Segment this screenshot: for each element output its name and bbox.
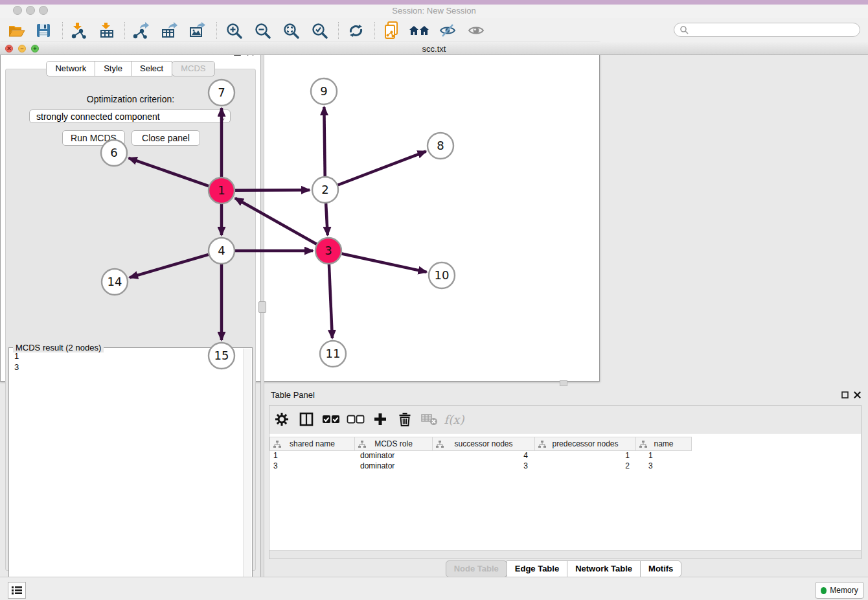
- table-cell[interactable]: 4: [433, 451, 535, 461]
- export-table-icon[interactable]: [158, 21, 180, 40]
- first-neighbors-icon[interactable]: [408, 21, 430, 40]
- table-cell[interactable]: 1: [535, 451, 636, 461]
- graph-node-15[interactable]: 15: [209, 343, 234, 369]
- graph-node-label: 4: [218, 244, 225, 257]
- add-column-icon[interactable]: [368, 412, 393, 426]
- network-window-resize-grip[interactable]: [560, 380, 567, 386]
- select-all-icon[interactable]: [319, 415, 343, 424]
- tab-node-table[interactable]: Node Table: [446, 560, 507, 577]
- table-panel-close-icon[interactable]: [852, 389, 862, 400]
- tab-motifs[interactable]: Motifs: [640, 560, 681, 577]
- table-cell[interactable]: 3: [636, 461, 692, 472]
- table-row[interactable]: 3dominator323: [269, 461, 861, 472]
- zoom-out-icon[interactable]: [251, 21, 273, 40]
- table-cell[interactable]: 1: [636, 451, 692, 461]
- graph-node-4[interactable]: 4: [209, 238, 234, 264]
- table-panel-float-icon[interactable]: [839, 389, 850, 400]
- graph-node-14[interactable]: 14: [102, 269, 128, 295]
- column-header-successor-nodes[interactable]: successor nodes: [433, 437, 535, 451]
- gear-icon[interactable]: [269, 412, 294, 426]
- export-network-icon[interactable]: [130, 21, 152, 40]
- tab-edge-table[interactable]: Edge Table: [507, 560, 567, 577]
- graph-node-3[interactable]: 3: [315, 238, 341, 264]
- graph-node-2[interactable]: 2: [312, 177, 338, 203]
- hide-selected-icon[interactable]: [437, 21, 459, 40]
- table-header-row: shared nameMCDS rolesuccessor nodesprede…: [269, 437, 692, 451]
- tab-select[interactable]: Select: [131, 61, 172, 76]
- graph-edge-3-11[interactable]: [329, 264, 332, 338]
- network-window-titlebar: ✕ − + scc.txt: [0, 42, 868, 55]
- memory-button[interactable]: Memory: [815, 582, 864, 599]
- graph-node-9[interactable]: 9: [311, 78, 337, 104]
- graph-edge-2-3[interactable]: [326, 203, 328, 235]
- graph-node-label: 14: [108, 275, 122, 288]
- zoom-fit-icon[interactable]: [280, 21, 302, 40]
- graph-edge-2-9[interactable]: [324, 107, 325, 176]
- table-row[interactable]: 1dominator411: [269, 451, 861, 461]
- column-header-predecessor-nodes[interactable]: predecessor nodes: [535, 437, 636, 451]
- mcds-result-text[interactable]: 1 3: [10, 351, 243, 591]
- zoom-in-icon[interactable]: [223, 21, 245, 40]
- graph-node-10[interactable]: 10: [429, 262, 455, 288]
- graph-node-11[interactable]: 11: [320, 341, 346, 367]
- graph-edge-3-1[interactable]: [235, 198, 317, 244]
- network-canvas[interactable]: 1234678910111415: [0, 55, 597, 380]
- table-bottom-strip: [269, 550, 861, 559]
- open-file-icon[interactable]: [5, 21, 27, 40]
- graph-node-label: 10: [435, 268, 450, 282]
- column-header-shared-name[interactable]: shared name: [269, 437, 355, 451]
- toolbar-separator: [216, 22, 217, 39]
- graph-node-label: 8: [437, 139, 444, 152]
- table-cell[interactable]: 2: [535, 461, 636, 472]
- import-table-icon[interactable]: [96, 21, 118, 40]
- graph-node-label: 15: [214, 349, 229, 362]
- window-title: Session: New Session: [0, 6, 868, 16]
- graph-node-8[interactable]: 8: [428, 133, 453, 159]
- network-window: ✕ − + scc.txt 1234678910111415: [0, 42, 600, 382]
- table-cell[interactable]: 3: [433, 461, 535, 472]
- tab-network-table[interactable]: Network Table: [567, 560, 641, 577]
- export-image-icon[interactable]: [187, 21, 209, 40]
- column-header-name[interactable]: name: [636, 437, 692, 451]
- delete-icon[interactable]: [393, 412, 417, 426]
- graph-edge-1-2[interactable]: [235, 190, 310, 190]
- graph-node-label: 11: [326, 347, 341, 360]
- graph-node-1[interactable]: 1: [209, 178, 234, 203]
- search-input[interactable]: [691, 25, 860, 35]
- delete-table-icon: [417, 413, 442, 426]
- toolbar-separator: [124, 22, 125, 39]
- network-window-title: scc.txt: [0, 44, 868, 54]
- task-history-button[interactable]: [8, 582, 26, 599]
- table-cell[interactable]: dominator: [355, 461, 433, 472]
- tab-mcds[interactable]: MCDS: [172, 61, 214, 76]
- tab-network[interactable]: Network: [46, 61, 95, 76]
- table-cell[interactable]: 1: [269, 451, 355, 461]
- table-cell[interactable]: dominator: [355, 451, 433, 461]
- table-tabs: Node TableEdge TableNetwork TableMotifs: [264, 560, 863, 577]
- control-panel-tabs: NetworkStyleSelectMCDS: [0, 61, 261, 76]
- toolbar-separator: [374, 22, 375, 39]
- search-field: [674, 23, 860, 37]
- panes-icon[interactable]: [294, 412, 319, 426]
- save-session-icon[interactable]: [32, 21, 54, 40]
- refresh-icon[interactable]: [345, 21, 367, 40]
- main-toolbar: [0, 18, 868, 43]
- main-area: Control Panel NetworkStyleSelectMCDS Opt…: [0, 42, 868, 577]
- graph-edge-2-8[interactable]: [338, 152, 426, 185]
- deselect-all-icon[interactable]: [343, 415, 368, 424]
- graph-node-7[interactable]: 7: [209, 80, 234, 106]
- import-network-icon[interactable]: [67, 21, 89, 40]
- graph-edge-1-6[interactable]: [129, 158, 209, 186]
- graph-node-6[interactable]: 6: [101, 140, 127, 166]
- graph-node-label: 1: [218, 183, 225, 197]
- table-cell[interactable]: 3: [269, 461, 355, 472]
- tab-style[interactable]: Style: [95, 61, 131, 76]
- graph-edge-4-14[interactable]: [130, 255, 209, 277]
- mcds-result-scrollbar[interactable]: [243, 349, 251, 592]
- zoom-selected-icon[interactable]: [308, 21, 330, 40]
- show-all-icon[interactable]: [465, 21, 487, 40]
- column-header-mcds-role[interactable]: MCDS role: [355, 437, 433, 451]
- clone-network-icon[interactable]: [381, 21, 403, 40]
- table-body: 1dominator4113dominator323: [269, 451, 861, 472]
- graph-edge-3-10[interactable]: [342, 253, 427, 271]
